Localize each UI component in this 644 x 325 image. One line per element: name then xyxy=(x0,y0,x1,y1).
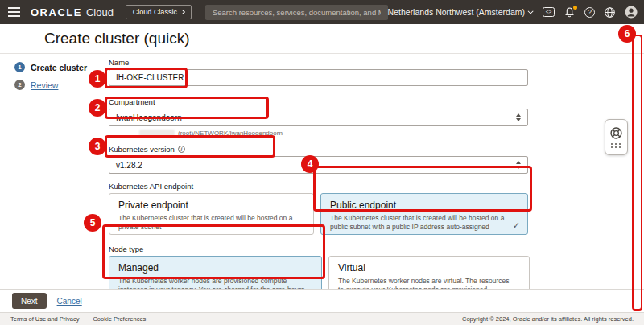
virtual-node-title: Virtual xyxy=(338,262,520,274)
redacted-text xyxy=(139,130,175,137)
name-input[interactable] xyxy=(109,69,528,86)
console-icon[interactable]: <> xyxy=(543,7,555,17)
select-stepper-icon xyxy=(516,113,521,121)
api-endpoint-options: Private endpoint The Kubernetes cluster … xyxy=(109,193,530,235)
page-footer: Terms of Use and Privacy Cookie Preferen… xyxy=(0,312,644,325)
chevron-down-icon xyxy=(528,8,534,14)
chevron-right-icon xyxy=(180,10,185,14)
help-icon[interactable]: ? xyxy=(584,7,595,18)
profile-avatar[interactable] xyxy=(625,6,638,19)
cancel-link[interactable]: Cancel xyxy=(57,297,82,306)
grid-dots-icon xyxy=(611,143,621,148)
annotation-badge-2: 2 xyxy=(89,99,106,117)
info-icon[interactable]: i xyxy=(178,146,185,153)
public-endpoint-title: Public endpoint xyxy=(330,200,518,211)
compartment-label: Compartment xyxy=(109,97,530,106)
wizard-steps: 1 Create cluster 2 Review xyxy=(14,62,87,97)
step-2-indicator: 2 xyxy=(14,80,25,90)
menu-icon[interactable] xyxy=(8,7,20,17)
terms-link[interactable]: Terms of Use and Privacy xyxy=(10,315,79,323)
top-navigation-bar: ORACLE Cloud Cloud Classic Netherlands N… xyxy=(0,0,644,24)
help-widget[interactable] xyxy=(605,119,628,155)
step-2-link[interactable]: Review xyxy=(31,80,58,90)
oracle-cloud-create-cluster-screen: ORACLE Cloud Cloud Classic Netherlands N… xyxy=(0,0,644,325)
annotation-badge-3: 3 xyxy=(89,138,106,155)
annotation-badge-1: 1 xyxy=(89,70,106,88)
kubernetes-version-label: Kubernetes version i xyxy=(109,145,530,154)
step-review[interactable]: 2 Review xyxy=(14,80,87,90)
api-endpoint-label: Kubernetes API endpoint xyxy=(109,182,530,191)
node-type-label: Node type xyxy=(109,245,530,253)
private-endpoint-card[interactable]: Private endpoint The Kubernetes cluster … xyxy=(109,193,314,235)
private-endpoint-desc: The Kubernetes cluster that is created w… xyxy=(118,214,304,232)
step-1-indicator: 1 xyxy=(14,62,25,72)
compartment-value: IwanHoogendoorn xyxy=(116,113,182,122)
region-selector[interactable]: Netherlands Northwest (Amsterdam) xyxy=(388,7,534,17)
cookie-preferences-link[interactable]: Cookie Preferences xyxy=(93,315,146,323)
annotation-box-6-scrollbar xyxy=(632,35,642,311)
annotation-badge-5: 5 xyxy=(84,214,101,232)
oracle-cloud-logo[interactable]: ORACLE Cloud xyxy=(31,6,114,19)
public-endpoint-desc: The Kubernetes cluster that is created w… xyxy=(330,214,518,232)
private-endpoint-title: Private endpoint xyxy=(118,200,304,211)
page-header: Create cluster (quick) xyxy=(0,24,644,54)
language-globe-icon[interactable] xyxy=(604,6,616,19)
compartment-path-row: (root)/NETWORK/IwanHoogendoorn xyxy=(139,130,530,137)
copyright-text: Copyright © 2024, Oracle and/or its affi… xyxy=(462,315,634,323)
annotation-badge-6: 6 xyxy=(618,25,636,43)
step-create-cluster[interactable]: 1 Create cluster xyxy=(14,62,87,72)
brand-oracle: ORACLE xyxy=(31,6,82,19)
cloud-classic-button[interactable]: Cloud Classic xyxy=(126,5,192,19)
notifications-bell-icon[interactable] xyxy=(564,6,576,19)
selected-check-icon: ✓ xyxy=(513,220,520,231)
name-label: Name xyxy=(109,58,530,67)
cloud-classic-label: Cloud Classic xyxy=(133,8,177,16)
search-input[interactable] xyxy=(205,5,388,20)
global-search xyxy=(205,4,388,20)
brand-cloud: Cloud xyxy=(86,6,114,19)
public-endpoint-card[interactable]: Public endpoint The Kubernetes cluster t… xyxy=(320,193,528,235)
create-cluster-form: Name Compartment IwanHoogendoorn (root)/… xyxy=(109,58,530,323)
annotation-badge-4: 4 xyxy=(301,155,319,173)
next-button[interactable]: Next xyxy=(12,293,47,309)
managed-node-title: Managed xyxy=(118,262,312,274)
life-ring-icon xyxy=(609,126,623,140)
wizard-action-bar: Next Cancel xyxy=(0,289,644,312)
notification-dot xyxy=(573,6,577,10)
compartment-select[interactable]: IwanHoogendoorn xyxy=(109,109,528,126)
page-title: Create cluster (quick) xyxy=(44,30,190,47)
step-1-label: Create cluster xyxy=(31,63,87,72)
region-label: Netherlands Northwest (Amsterdam) xyxy=(388,7,525,17)
select-stepper-icon xyxy=(516,161,521,169)
kubernetes-version-value: v1.28.2 xyxy=(116,161,142,170)
compartment-path: (root)/NETWORK/IwanHoogendoorn xyxy=(178,130,283,137)
